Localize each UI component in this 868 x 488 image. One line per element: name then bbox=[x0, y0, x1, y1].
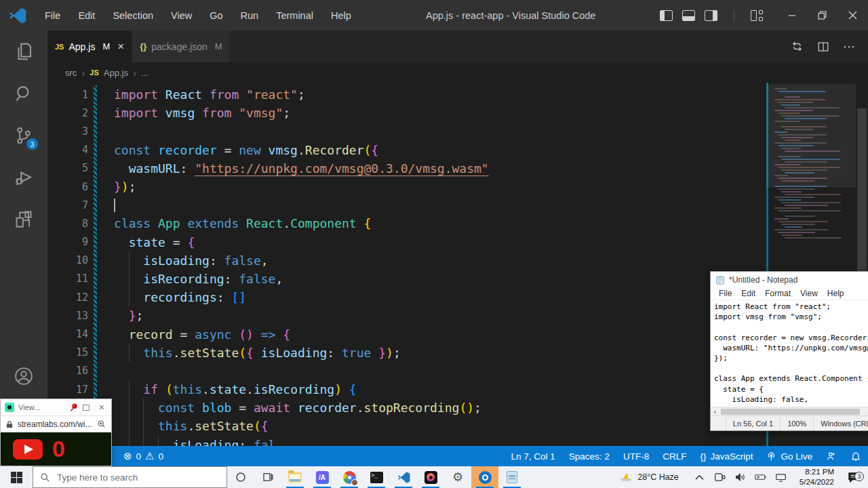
widget-titlebar[interactable]: View... × bbox=[1, 399, 111, 415]
recorder-app-icon[interactable] bbox=[417, 466, 444, 488]
notepad-hscrollbar[interactable]: ‹ bbox=[711, 407, 868, 415]
widget-close-icon[interactable]: × bbox=[99, 402, 104, 413]
action-center-icon[interactable]: 3 bbox=[842, 472, 865, 483]
code-text: state = { bbox=[114, 235, 195, 249]
battery-icon[interactable] bbox=[752, 473, 770, 481]
source-control-icon[interactable]: 3 bbox=[0, 115, 47, 157]
notepad-zoom-level: 100% bbox=[780, 416, 813, 430]
settings-gear-icon[interactable]: ⚙ bbox=[444, 466, 471, 488]
widget-address-bar[interactable]: streamlabs.com/wi... bbox=[1, 415, 111, 432]
indent-guide bbox=[158, 436, 159, 446]
breadcrumb-src[interactable]: src bbox=[65, 68, 77, 78]
speaker-icon[interactable] bbox=[732, 472, 749, 482]
code-line-8[interactable]: 8class App extends React.Component { bbox=[47, 214, 868, 232]
code-line-10[interactable]: 10 isLoading: false, bbox=[47, 251, 868, 270]
cortana-icon[interactable] bbox=[227, 466, 254, 488]
purple-app-icon[interactable]: /A bbox=[309, 466, 336, 488]
go-live-button[interactable]: Go Live bbox=[760, 451, 819, 462]
code-line-6[interactable]: 6}); bbox=[47, 178, 868, 196]
terminal-icon[interactable]: >_ bbox=[363, 466, 390, 488]
eol-sequence[interactable]: CRLF bbox=[656, 451, 693, 462]
notepad-menu-edit[interactable]: Edit bbox=[737, 289, 760, 298]
code-text: class App extends React.Component { bbox=[114, 216, 371, 230]
code-line-9[interactable]: 9 state = { bbox=[47, 233, 868, 251]
code-line-4[interactable]: 4const recorder = new vmsg.Recorder({ bbox=[47, 141, 868, 159]
restore-button[interactable] bbox=[807, 0, 837, 30]
menu-help[interactable]: Help bbox=[322, 10, 360, 21]
tab-appjs[interactable]: JS App.js M × bbox=[47, 30, 132, 62]
menu-file[interactable]: File bbox=[36, 10, 69, 21]
code-line-3[interactable]: 3 bbox=[47, 122, 868, 140]
code-line-20[interactable]: 20 isLoading: fal bbox=[47, 436, 868, 446]
widget-maximize-icon[interactable] bbox=[83, 405, 90, 411]
task-view-icon[interactable] bbox=[254, 466, 281, 488]
menu-terminal[interactable]: Terminal bbox=[267, 10, 322, 21]
menu-view[interactable]: View bbox=[162, 10, 201, 21]
customize-layout-icon[interactable] bbox=[751, 10, 763, 21]
menu-go[interactable]: Go bbox=[201, 10, 231, 21]
code-text: isLoading: false, bbox=[114, 253, 269, 268]
breadcrumb-file[interactable]: App.js bbox=[104, 68, 128, 78]
scroll-left-icon[interactable]: ‹ bbox=[711, 408, 719, 415]
problems-indicator[interactable]: ⊗ 0 ⚠ 0 bbox=[117, 450, 170, 462]
menu-run[interactable]: Run bbox=[232, 10, 268, 21]
tab-packagejson[interactable]: {} package.json M bbox=[132, 30, 229, 62]
vscode-taskbar-icon[interactable] bbox=[390, 466, 417, 488]
account-icon[interactable] bbox=[0, 355, 47, 397]
pin-icon[interactable] bbox=[69, 403, 79, 412]
menu-edit[interactable]: Edit bbox=[69, 10, 104, 21]
file-explorer-icon[interactable] bbox=[281, 466, 309, 488]
minimize-button[interactable] bbox=[776, 0, 807, 30]
hscroll-thumb[interactable] bbox=[721, 409, 860, 415]
zoom-in-icon[interactable] bbox=[97, 420, 106, 428]
code-line-5[interactable]: 5 wasmURL: "https://unpkg.com/vmsg@0.3.0… bbox=[47, 159, 868, 178]
weather-widget[interactable]: 28°C Haze bbox=[619, 472, 679, 483]
run-debug-icon[interactable] bbox=[0, 157, 47, 199]
notepad-menu-file[interactable]: File bbox=[715, 289, 736, 298]
feedback-icon[interactable] bbox=[819, 451, 844, 462]
extensions-icon[interactable] bbox=[0, 199, 47, 241]
start-button[interactable] bbox=[0, 466, 33, 488]
breadcrumb[interactable]: src › JS App.js › ... bbox=[47, 62, 868, 83]
taskbar-search[interactable] bbox=[33, 466, 227, 488]
search-input[interactable] bbox=[57, 472, 206, 483]
code-line-2[interactable]: 2import vmsg from "vmsg"; bbox=[47, 104, 868, 122]
widget-url[interactable]: streamlabs.com/wi... bbox=[18, 420, 92, 429]
encoding[interactable]: UTF-8 bbox=[616, 451, 656, 462]
more-actions-icon[interactable]: ⋯ bbox=[843, 39, 856, 54]
toggle-secondary-sidebar-icon[interactable] bbox=[705, 10, 717, 21]
open-changes-icon[interactable] bbox=[791, 40, 804, 53]
tab-close-icon[interactable]: × bbox=[117, 40, 124, 54]
clock[interactable]: 8:21 PM 5/24/2022 bbox=[800, 467, 834, 487]
notepad-menu-help[interactable]: Help bbox=[823, 289, 848, 298]
notepad-menu-view[interactable]: View bbox=[796, 289, 822, 298]
notepad-text-area[interactable]: import React from "react"; import vmsg f… bbox=[711, 300, 868, 407]
network-display-icon[interactable] bbox=[772, 473, 790, 482]
notepad-taskbar-icon[interactable] bbox=[498, 466, 526, 488]
code-line-1[interactable]: 1import React from "react"; bbox=[47, 85, 868, 104]
chrome-icon[interactable] bbox=[336, 466, 363, 488]
toggle-sidebar-icon[interactable] bbox=[660, 10, 673, 21]
code-line-7[interactable]: 7 bbox=[47, 196, 868, 214]
menu-selection[interactable]: Selection bbox=[104, 10, 162, 21]
cursor-position[interactable]: Ln 7, Col 1 bbox=[505, 451, 562, 462]
split-editor-icon[interactable] bbox=[817, 41, 829, 53]
notepad-menu-format[interactable]: Format bbox=[761, 289, 795, 298]
breadcrumb-more[interactable]: ... bbox=[141, 68, 149, 78]
line-number: 12 bbox=[47, 291, 88, 304]
scrollbar-thumb[interactable] bbox=[857, 108, 867, 285]
notifications-bell-icon[interactable] bbox=[844, 451, 868, 462]
tray-chevron-up-icon[interactable] bbox=[691, 474, 709, 481]
indentation[interactable]: Spaces: 2 bbox=[562, 451, 616, 462]
streamlabs-widget-window: View... × streamlabs.com/wi... 0 bbox=[0, 399, 112, 466]
explorer-icon[interactable] bbox=[0, 30, 47, 73]
active-capture-app-icon[interactable] bbox=[471, 466, 498, 488]
language-mode[interactable]: {} JavaScript bbox=[693, 451, 760, 462]
git-modified-gutter bbox=[94, 288, 97, 306]
toggle-panel-icon[interactable] bbox=[682, 10, 695, 21]
close-button[interactable] bbox=[837, 0, 868, 30]
cast-device-icon[interactable] bbox=[711, 472, 729, 482]
search-icon[interactable] bbox=[0, 73, 47, 115]
notepad-titlebar[interactable]: *Untitled - Notepad bbox=[711, 272, 868, 287]
git-modified-gutter bbox=[94, 85, 97, 104]
